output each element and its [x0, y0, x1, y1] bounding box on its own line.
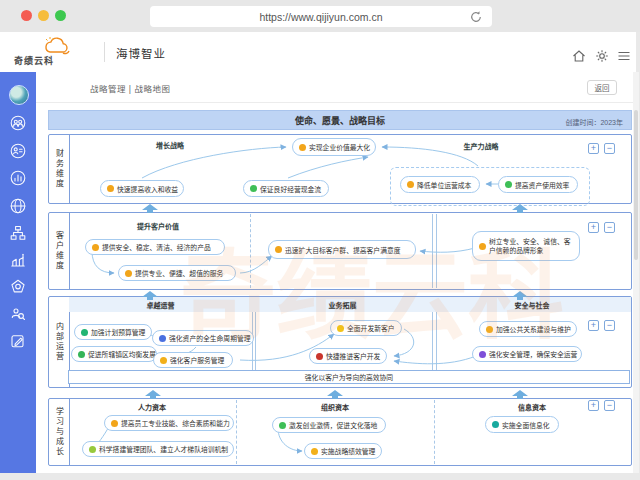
node-label: 提高资产使用效率	[515, 180, 569, 190]
reload-icon[interactable]	[469, 10, 483, 26]
collapse-button-internal[interactable]: −	[604, 320, 615, 331]
node-label: 保证良好经营现金流	[260, 184, 321, 194]
app-window: 奇绩云科 海博智业 战	[0, 32, 636, 473]
sidebar-item-globe[interactable]	[10, 198, 26, 214]
status-dot	[107, 185, 114, 192]
sidebar-item-team[interactable]	[10, 115, 26, 131]
url-bar[interactable]: https://www.qijiyun.com.cn	[150, 6, 492, 27]
status-dot	[81, 329, 88, 336]
toolbar: 战略管理 | 战略地图 返回	[36, 72, 636, 103]
header-divider	[104, 42, 105, 62]
status-dot	[92, 244, 99, 251]
status-dot	[279, 422, 286, 429]
collapse-button-growth[interactable]: −	[604, 400, 615, 411]
strategy-node-pubrel[interactable]: 加强公共关系建设与维护	[479, 321, 577, 337]
strategy-node-cost[interactable]: 降低单位运营成本	[400, 176, 480, 193]
node-label: 快捷推进客户开发	[326, 351, 380, 361]
sidebar-item-trend[interactable]	[10, 252, 26, 268]
company-name: 海博智业	[116, 45, 166, 61]
strategy-node-asset_eff[interactable]: 提高资产使用效率	[498, 176, 578, 193]
strategy-node-income[interactable]: 快速提高收入和收益	[100, 180, 184, 197]
strategy-node-product[interactable]: 提供安全、稳定、清洁、经济的产品	[85, 239, 225, 255]
strategy-map: 使命、愿景、战略目标 创建时间：2023年 财务维度 增长战略 生产力战略 客户…	[48, 110, 632, 466]
sidebar-item-org[interactable]	[10, 225, 26, 241]
strategy-node-passion[interactable]: 激发创业激情，促进文化落地	[272, 417, 386, 433]
expand-button-finance[interactable]: +	[588, 143, 599, 154]
sidebar-item-edit[interactable]	[10, 333, 26, 349]
menu-icon[interactable]	[617, 49, 631, 67]
status-dot	[407, 181, 414, 188]
strategy-node-expand[interactable]: 迅速扩大目标客户群、提高客户满意度	[268, 240, 416, 259]
status-dot	[78, 351, 85, 358]
node-label: 科学搭建管理团队、建立人才梯队培训机制	[99, 444, 228, 454]
node-label: 实现企业价值最大化	[309, 142, 370, 152]
app-header: 奇绩云科 海博智业	[0, 32, 636, 73]
user-avatar[interactable]	[9, 85, 29, 105]
url-text: https://www.qijiyun.com.cn	[259, 11, 382, 23]
strategy-node-newcust[interactable]: 全面开发新客户	[330, 320, 402, 336]
sidebar-item-profile[interactable]	[10, 143, 26, 159]
status-dot	[111, 420, 118, 427]
node-label: 实施全面信息化	[502, 420, 550, 430]
status-dot	[316, 353, 323, 360]
strategy-node-team[interactable]: 科学搭建管理团队、建立人才梯队培训机制	[82, 441, 234, 457]
status-dot	[486, 326, 493, 333]
node-label: 激发创业激情，促进文化落地	[289, 420, 377, 430]
traffic-light-close-icon[interactable]	[21, 10, 32, 21]
team-icon	[10, 115, 26, 131]
strategy-node-info[interactable]: 实施全面信息化	[485, 416, 559, 433]
gear-icon[interactable]	[595, 49, 609, 67]
back-button[interactable]: 返回	[587, 80, 617, 95]
sidebar-item-badge[interactable]	[10, 279, 26, 295]
node-label: 强化客户服务管理	[170, 355, 224, 365]
node-label: 提供安全、稳定、清洁、经济的产品	[102, 242, 211, 252]
node-label: 树立专业、安全、诚信、客户信赖的品牌形象	[489, 237, 573, 255]
search-user-icon	[10, 306, 26, 322]
traffic-light-zoom-icon[interactable]	[55, 10, 66, 21]
sidebar-item-stats[interactable]	[10, 170, 26, 186]
status-dot	[160, 357, 167, 364]
strategy-node-budget[interactable]: 加强计划预算管理	[74, 324, 152, 340]
strategy-node-brand[interactable]: 树立专业、安全、诚信、客户信赖的品牌形象	[472, 231, 580, 261]
node-label: 加强计划预算管理	[91, 327, 145, 337]
edit-icon	[10, 333, 26, 349]
node-label: 促进所辖镇区均衡发展	[88, 349, 156, 359]
node-label: 提供专业、便捷、超值的服务	[135, 268, 223, 278]
home-icon[interactable]	[572, 49, 586, 67]
status-dot	[311, 448, 318, 455]
status-dot	[479, 243, 486, 250]
stats-icon	[10, 170, 26, 186]
strategy-node-safety[interactable]: 强化安全管理，确保安全运营	[472, 346, 582, 362]
browser-chrome: https://www.qijiyun.com.cn	[0, 0, 640, 32]
sidebar	[0, 72, 36, 473]
expand-button-internal[interactable]: +	[588, 320, 599, 331]
status-dot	[337, 325, 344, 332]
org-icon	[10, 225, 26, 241]
profile-icon	[10, 143, 26, 159]
strategy-node-cashflow[interactable]: 保证良好经营现金流	[243, 180, 329, 197]
collapse-button-customer[interactable]: −	[604, 222, 615, 233]
scrollbar-thumb[interactable]	[634, 110, 638, 260]
strategy-node-skill[interactable]: 提高员工专业技能、综合素质和能力	[104, 415, 234, 431]
screen: https://www.qijiyun.com.cn 奇绩云科 海博智业	[0, 0, 640, 480]
node-label: 加强公共关系建设与维护	[496, 324, 571, 334]
status-dot	[505, 181, 512, 188]
strategy-node-fastdev[interactable]: 快捷推进客户开发	[309, 348, 387, 364]
strategy-node-town[interactable]: 促进所辖镇区均衡发展	[71, 346, 157, 362]
strategy-node-value_max[interactable]: 实现企业价值最大化	[292, 138, 376, 156]
status-dot	[275, 246, 282, 253]
strategy-node-service[interactable]: 提供专业、便捷、超值的服务	[118, 265, 236, 281]
strategy-node-perf[interactable]: 实施战略绩效管理	[304, 443, 382, 459]
expand-button-customer[interactable]: +	[588, 222, 599, 233]
node-label: 强化安全管理，确保安全运营	[489, 349, 577, 359]
strategy-node-custserv[interactable]: 强化客户服务管理	[153, 352, 233, 368]
status-dot	[492, 421, 499, 428]
status-dot	[250, 185, 257, 192]
expand-button-growth[interactable]: +	[588, 400, 599, 411]
collapse-button-finance[interactable]: −	[604, 143, 615, 154]
traffic-light-minimize-icon[interactable]	[38, 10, 49, 21]
breadcrumb: 战略管理 | 战略地图	[90, 82, 170, 94]
logo-cloud-icon	[42, 36, 72, 60]
strategy-node-asset_life[interactable]: 强化资产的全生命周期管理	[152, 330, 254, 346]
sidebar-item-search-user[interactable]	[10, 306, 26, 322]
